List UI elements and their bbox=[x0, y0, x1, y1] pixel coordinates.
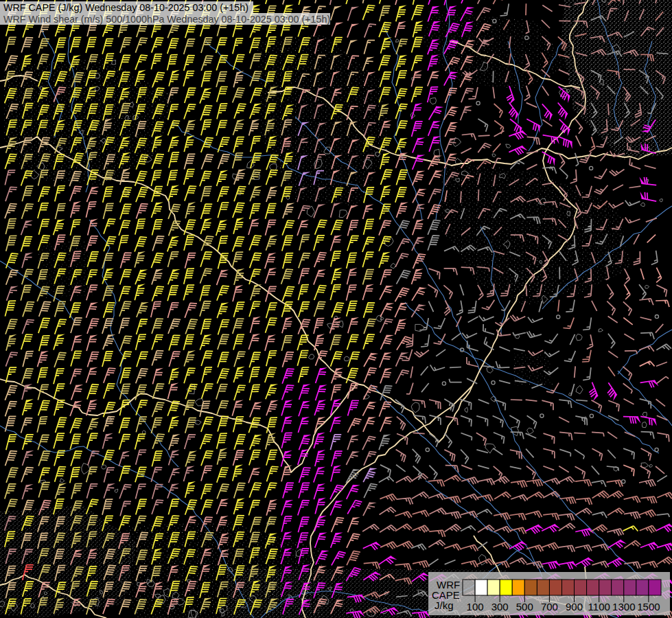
svg-text:300: 300 bbox=[491, 601, 509, 613]
svg-text:1100: 1100 bbox=[588, 601, 610, 613]
svg-text:100: 100 bbox=[467, 601, 484, 613]
svg-text:1500: 1500 bbox=[637, 601, 660, 613]
svg-text:WRF Wind shear (m/s) 500/1000h: WRF Wind shear (m/s) 500/1000hPa Wednesd… bbox=[3, 14, 330, 25]
svg-text:1300: 1300 bbox=[612, 601, 635, 613]
svg-text:900: 900 bbox=[566, 601, 583, 613]
svg-text:J/kg: J/kg bbox=[435, 599, 454, 611]
svg-text:500: 500 bbox=[516, 601, 533, 613]
svg-text:WRF CAPE (J/kg) Wednesday 08-1: WRF CAPE (J/kg) Wednesday 08-10-2025 03:… bbox=[3, 2, 248, 13]
svg-text:700: 700 bbox=[541, 601, 558, 613]
